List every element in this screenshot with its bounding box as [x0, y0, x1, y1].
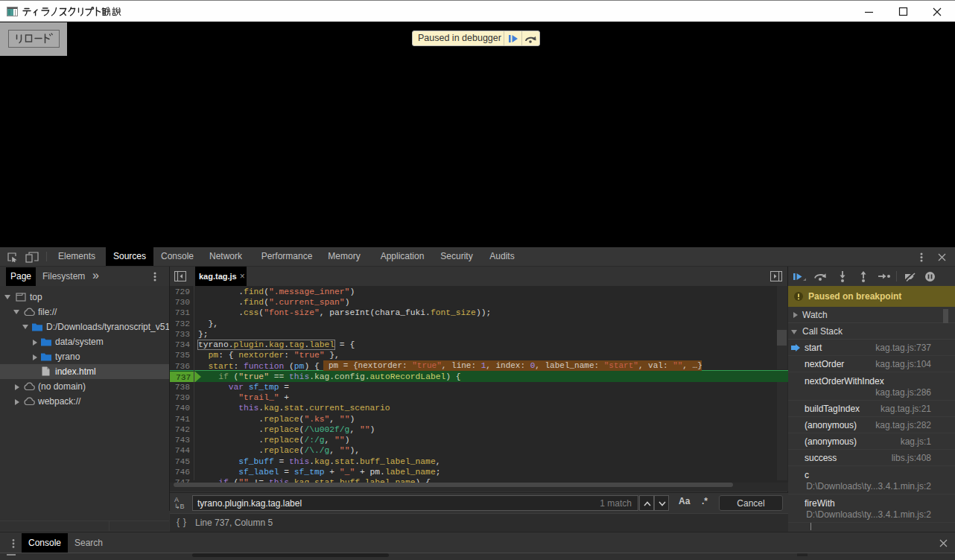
svg-text:737: 737: [176, 373, 191, 382]
